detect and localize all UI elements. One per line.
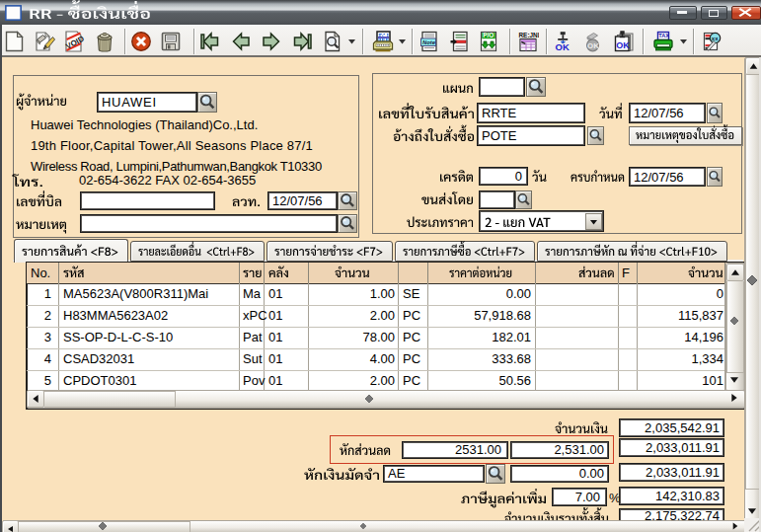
svg-text:xx: xx bbox=[712, 36, 719, 41]
svg-text:Note: Note bbox=[422, 39, 436, 45]
svg-text:TAX: TAX bbox=[658, 33, 669, 38]
svg-text:RE:JNL: RE:JNL bbox=[519, 32, 540, 38]
svg-text:P/O: P/O bbox=[483, 32, 494, 38]
svg-text:OK: OK bbox=[616, 40, 630, 50]
svg-text:OK: OK bbox=[587, 41, 599, 50]
svg-text:OK: OK bbox=[556, 41, 570, 52]
